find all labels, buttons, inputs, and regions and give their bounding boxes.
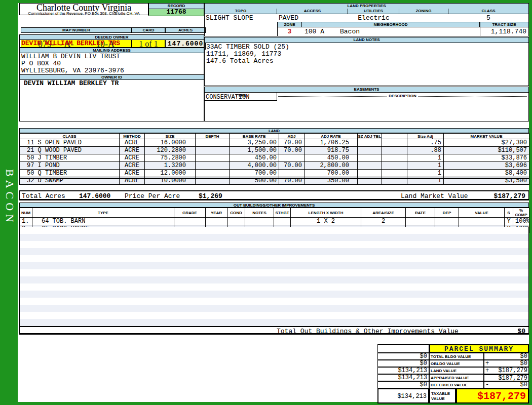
col-adj-rate: ADJ RATE — [305, 134, 358, 139]
cell-method: ACRE — [120, 162, 145, 170]
easement-description-label: DESCRIPTION — [389, 94, 416, 98]
cell-adj — [279, 154, 305, 162]
col-notes: NOTES — [245, 208, 274, 218]
cell-market-value: $110,507 — [444, 147, 529, 154]
total-acres-value: 147.6000 — [79, 192, 110, 200]
parcel-summary-title: PARCEL SUMMARY — [429, 344, 529, 353]
cell-size-adj: .88 — [407, 147, 444, 154]
col-year: YEAR — [206, 208, 227, 218]
col-area-size: AREA/SIZE — [361, 208, 406, 218]
cell-area-size: 2 — [361, 218, 406, 225]
mailing-address-line3: WYLLIESBURG, VA 23976-3976 — [21, 67, 204, 74]
cell-market-value: $8,400 — [444, 170, 529, 177]
col-pct-comp: % COMP — [513, 208, 529, 218]
easement-type-value: CONSERVATION — [206, 94, 249, 101]
cell-dep — [435, 218, 459, 225]
summary-row-value-cell: + $187,279 — [484, 367, 529, 374]
col-length-width: LENGTH X WIDTH — [291, 208, 361, 218]
col-blank — [382, 134, 407, 139]
parcel-summary: PARCEL SUMMARY $0 TOTAL BLDG VALUE $0 $0… — [377, 344, 529, 403]
col-type: TYPE — [32, 208, 174, 218]
cell-depth — [196, 170, 230, 177]
summary-left-value: $0 — [377, 360, 429, 367]
easement-type-cell: TYPE CONSERVATION — [205, 92, 277, 101]
property-record-card: BACON Charlotte County Virginia Commissi… — [0, 0, 532, 405]
topo-value: SLIGHT SLOPE — [206, 15, 253, 22]
land-totals-row: Total Acres 147.6000 Price Per Acre $1,2… — [19, 190, 529, 200]
cell-pct-comp: 100% — [513, 218, 529, 225]
out-buildings-total-row: Total Out Buildings & Other Improvements… — [19, 326, 529, 335]
mailing-address: WILLIAM B DEVIN LIV TRUST P O BOX 40 WYL… — [19, 53, 204, 74]
cell-market-value: $27,300 — [444, 139, 529, 147]
land-notes-text: 33AC TIMBER SOLD (25) 11711, 11869, 1177… — [206, 44, 289, 65]
zone-value: 3 — [277, 28, 302, 35]
cell-method: ACRE — [120, 154, 145, 162]
cell-blank — [382, 147, 407, 154]
cell-cond — [227, 218, 245, 225]
out-buildings-title: OUT BUILDINGS/OTHER IMPROVEMENTS — [19, 202, 529, 208]
cell-blank — [382, 139, 407, 147]
zone-divider — [277, 22, 278, 36]
cell-size-adj: .75 — [407, 139, 444, 147]
cell-year — [206, 218, 227, 225]
neighborhood-code: 100 A — [305, 28, 324, 35]
record-box: RECORD 11768 — [148, 3, 204, 15]
col-s: S — [505, 208, 513, 218]
land-properties-section: LAND PROPERTIES TOPO ACCESS UTILITIES ZO… — [204, 3, 529, 36]
cell-adj-rate: 2,800.00 — [305, 162, 358, 170]
cell-adj-rate: 918.75 — [305, 147, 358, 154]
land-table-title: LAND — [19, 128, 529, 133]
owner-id-value: DEVIN WILLIAM BERKLEY TR — [19, 80, 204, 88]
cell-blank — [382, 154, 407, 162]
cell-depth — [196, 139, 230, 147]
summary-left-value: $134,213 — [377, 374, 429, 381]
summary-op: - — [485, 382, 489, 388]
cell-depth — [196, 162, 230, 170]
col-size-adj: Size Adj — [407, 134, 444, 139]
cell-size-adj: 1 — [407, 170, 444, 177]
cell-adj: 70.00 — [279, 139, 305, 147]
summary-value: $0 — [520, 353, 527, 359]
cell-size: 12.0000 — [145, 170, 196, 177]
land-row: 21 Q WOOD PAVED ACRE 120.2800 1,500.00 7… — [20, 147, 529, 154]
summary-left-value: $0 — [377, 353, 429, 360]
land-notes-section: LAND NOTES 33AC TIMBER SOLD (25) 11711, … — [204, 37, 529, 86]
summary-corner-cell — [377, 344, 429, 353]
total-acres-label: Total Acres — [22, 192, 65, 200]
price-per-acre-value: $1,269 — [199, 192, 222, 200]
cell-method: ACRE — [120, 170, 145, 177]
cell-notes — [245, 218, 274, 225]
summary-op: + — [485, 368, 489, 374]
col-cond: COND — [227, 208, 245, 218]
cell-base-rate: 3,250.00 — [230, 139, 279, 147]
topo-label: TOPO — [205, 9, 277, 14]
section-divider — [19, 178, 529, 179]
col-method: METHOD — [120, 134, 145, 139]
cell-size-adj: 1 — [407, 154, 444, 162]
mailing-address-line1: WILLIAM B DEVIN LIV TRUST — [21, 53, 204, 60]
mailing-address-line2: P O BOX 40 — [21, 60, 204, 67]
cell-sz-adj-tbl — [358, 162, 382, 170]
col-adj: ADJ — [279, 134, 305, 139]
class-label: CLASS — [448, 9, 528, 14]
cell-value — [459, 218, 505, 225]
summary-row-label: TOTAL BLDG VALUE — [429, 353, 484, 360]
cell-size: 16.0000 — [145, 139, 196, 147]
cell-depth — [196, 154, 230, 162]
cell-sthgt — [274, 218, 291, 225]
cell-size: 75.2800 — [145, 154, 196, 162]
access-value: PAVED — [279, 15, 298, 22]
cell-rate — [406, 218, 435, 225]
summary-row-value-cell: $0 — [484, 353, 529, 360]
cell-base-rate: 700.00 — [230, 170, 279, 177]
dotted-line — [278, 96, 387, 97]
utilities-label: UTILITIES — [348, 9, 399, 14]
cell-blank — [382, 162, 407, 170]
card-content: Charlotte County Virginia Commissioner o… — [18, 3, 529, 402]
cell-size: 1.3200 — [145, 162, 196, 170]
col-sthgt: STHGT — [274, 208, 291, 218]
cell-length-width: 1 X 2 — [291, 218, 361, 225]
land-notes-line3: 147.6 Total Acres — [206, 58, 289, 65]
cell-sz-adj-tbl — [358, 147, 382, 154]
summary-value: $0 — [520, 360, 527, 367]
